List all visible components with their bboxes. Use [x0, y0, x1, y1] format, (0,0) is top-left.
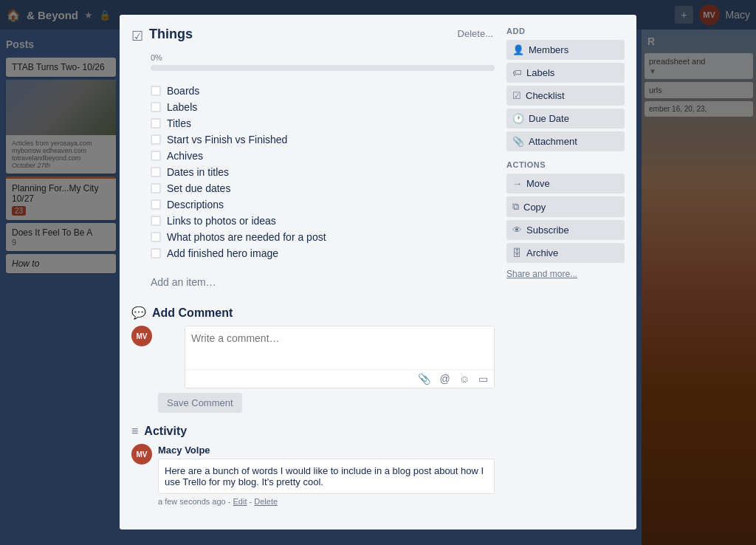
sidebar-add-btn-due-date[interactable]: 🕐Due Date: [506, 109, 625, 128]
checklist-item-text: Descriptions: [167, 199, 224, 210]
activity-timestamp: a few seconds ago: [158, 497, 226, 506]
checklist-item[interactable]: Achives: [151, 148, 495, 164]
share-link[interactable]: Share and more...: [506, 269, 625, 279]
modal-title: Things: [149, 27, 450, 42]
comment-box: 📎 @ ☺ ▭: [185, 326, 495, 388]
checklist-checkbox[interactable]: [151, 199, 161, 210]
checklist-item-text: Add finished hero image: [167, 247, 278, 259]
save-comment-button[interactable]: Save Comment: [158, 393, 242, 413]
checklist-checkbox[interactable]: [151, 118, 161, 128]
checklist-checkbox[interactable]: [151, 183, 161, 193]
comment-icon: 💬: [131, 306, 146, 320]
activity-icon: ≡: [131, 425, 138, 438]
modal-sidebar: Add 👤Members🏷Labels☑Checklist🕐Due Date📎A…: [506, 27, 625, 518]
comment-input-row: MV 📎 @ ☺ ▭: [131, 326, 495, 388]
sidebar-action-btn-archive[interactable]: 🗄Archive: [506, 243, 625, 263]
checklist-item[interactable]: Links to photos or ideas: [151, 213, 495, 229]
activity-avatar: MV: [131, 444, 152, 465]
checklist-item-text: What photos are needed for a post: [167, 231, 326, 243]
checklist-item-text: Dates in titles: [167, 166, 229, 178]
checklist-item-text: Labels: [167, 101, 197, 113]
comment-avatar: MV: [131, 326, 152, 346]
activity-edit-link[interactable]: Edit: [233, 497, 247, 506]
add-comment-title: Add Comment: [152, 306, 233, 320]
sidebar-action-btn-move[interactable]: →Move: [506, 174, 625, 193]
checklist-item[interactable]: Descriptions: [151, 196, 495, 213]
add-comment-section: 💬 Add Comment MV 📎 @ ☺ ▭ S: [131, 306, 495, 413]
sidebar-btn-icon: →: [512, 178, 522, 189]
modal: ☑ Things Delete... 0% BoardsLabelsTitles…: [120, 15, 636, 529]
modal-overlay: ☑ Things Delete... 0% BoardsLabelsTitles…: [0, 0, 756, 545]
checklist-item[interactable]: Start vs Finish vs Finished: [151, 131, 495, 148]
checklist-checkbox[interactable]: [151, 248, 161, 258]
activity-author: Macy Volpe: [158, 445, 210, 456]
checklist-checkbox[interactable]: [151, 134, 161, 145]
checklist-checkbox[interactable]: [151, 86, 161, 96]
checklist-item-text: Boards: [167, 85, 199, 97]
checklist-item[interactable]: Dates in titles: [151, 164, 495, 180]
mention-icon[interactable]: @: [439, 373, 450, 385]
sidebar-btn-icon: 🕐: [512, 113, 524, 124]
format-icon[interactable]: ▭: [478, 373, 488, 385]
activity-entry: MV Macy Volpe Here are a bunch of words …: [131, 444, 495, 506]
comment-box-footer: 📎 @ ☺ ▭: [185, 369, 494, 388]
sidebar-btn-label: Attachment: [529, 136, 577, 147]
add-section-title: Add: [506, 27, 625, 35]
activity-comment-box: Here are a bunch of words I would like t…: [158, 459, 495, 494]
attachment-icon[interactable]: 📎: [418, 373, 430, 385]
checklist-item[interactable]: Add finished hero image: [151, 245, 495, 261]
add-comment-header: 💬 Add Comment: [131, 306, 495, 320]
progress-bar-bg: [151, 65, 495, 71]
checklist-item-text: Links to photos or ideas: [167, 215, 276, 227]
sidebar-btn-icon: 👁: [512, 224, 522, 236]
checklist-item-text: Set due dates: [167, 182, 230, 194]
activity-delete-link[interactable]: Delete: [254, 497, 278, 506]
sidebar-btn-label: Members: [529, 44, 568, 55]
checklist-item[interactable]: Labels: [151, 99, 495, 115]
sidebar-btn-label: Labels: [526, 67, 554, 78]
progress-label: 0%: [151, 53, 495, 62]
activity-meta: a few seconds ago - Edit - Delete: [158, 497, 495, 506]
checklist-checkbox[interactable]: [151, 102, 161, 112]
sidebar-btn-icon: ⧉: [512, 201, 519, 213]
activity-title: Activity: [144, 425, 187, 438]
checklist-header-icon: ☑: [131, 28, 143, 44]
add-buttons-group: 👤Members🏷Labels☑Checklist🕐Due Date📎Attac…: [506, 40, 625, 151]
modal-header: ☑ Things Delete...: [131, 27, 495, 44]
sidebar-btn-label: Copy: [523, 202, 546, 213]
delete-button[interactable]: Delete...: [456, 27, 495, 41]
checklist-item[interactable]: Titles: [151, 115, 495, 131]
checklist-checkbox[interactable]: [151, 232, 161, 242]
sidebar-btn-label: Subscribe: [526, 224, 569, 236]
sidebar-btn-icon: 🗄: [512, 247, 522, 258]
sidebar-add-btn-members[interactable]: 👤Members: [506, 40, 625, 60]
checklist-checkbox[interactable]: [151, 167, 161, 177]
sidebar-btn-icon: 🏷: [512, 67, 522, 78]
sidebar-add-btn-labels[interactable]: 🏷Labels: [506, 63, 625, 83]
modal-main: ☑ Things Delete... 0% BoardsLabelsTitles…: [131, 27, 495, 518]
progress-section: 0%: [151, 53, 495, 71]
sidebar-btn-label: Archive: [526, 247, 558, 258]
checklist-item[interactable]: What photos are needed for a post: [151, 229, 495, 245]
sidebar-btn-label: Due Date: [529, 113, 569, 124]
checklist-item-text: Achives: [167, 150, 203, 162]
sidebar-action-btn-copy[interactable]: ⧉Copy: [506, 196, 625, 217]
sidebar-btn-label: Move: [526, 178, 550, 189]
comment-textarea[interactable]: [185, 326, 494, 367]
sidebar-btn-label: Checklist: [526, 90, 565, 101]
checklist-item[interactable]: Boards: [151, 83, 495, 99]
checklist-section: BoardsLabelsTitlesStart vs Finish vs Fin…: [151, 83, 495, 261]
sidebar-add-btn-checklist[interactable]: ☑Checklist: [506, 86, 625, 106]
add-item-button[interactable]: Add an item…: [151, 273, 216, 291]
checklist-checkbox[interactable]: [151, 216, 161, 226]
sidebar-add-btn-attachment[interactable]: 📎Attachment: [506, 131, 625, 151]
activity-section: ≡ Activity MV Macy Volpe Here are a bunc…: [131, 425, 495, 506]
sidebar-btn-icon: 👤: [512, 44, 524, 55]
sidebar-action-btn-subscribe[interactable]: 👁Subscribe: [506, 220, 625, 240]
sidebar-btn-icon: ☑: [512, 90, 521, 101]
activity-comment-text: Here are a bunch of words I would like t…: [165, 465, 484, 487]
emoji-icon[interactable]: ☺: [459, 373, 470, 385]
checklist-item[interactable]: Set due dates: [151, 180, 495, 196]
checklist-checkbox[interactable]: [151, 151, 161, 161]
activity-header: ≡ Activity: [131, 425, 495, 438]
